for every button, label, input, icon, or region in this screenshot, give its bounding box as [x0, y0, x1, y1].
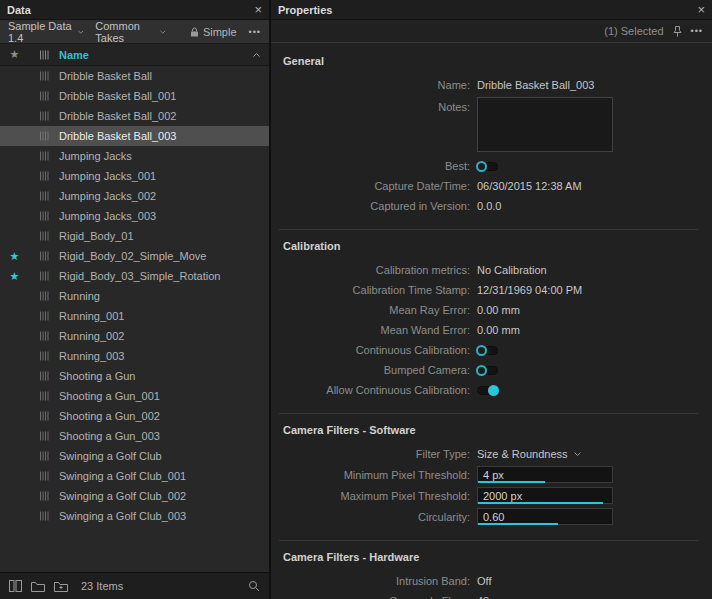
take-name: Dribble Basket Ball_002 [59, 110, 269, 122]
take-row[interactable]: Dribble Basket Ball [0, 66, 269, 86]
slider-fill-bar[interactable] [478, 502, 603, 504]
take-icon [29, 111, 59, 121]
chevron-down-icon [78, 30, 84, 34]
filter-type-dropdown[interactable]: Size & Roundness [477, 448, 581, 460]
minimum-pixel-threshold-input[interactable] [478, 467, 612, 482]
property-label: Allow Continuous Calibration: [279, 384, 477, 396]
take-icon [29, 171, 59, 181]
take-bars-icon [39, 50, 50, 60]
section-calibration: CalibrationCalibration metrics:No Calibr… [279, 229, 698, 400]
mean-ray-error-value: 0.00 mm [477, 304, 520, 316]
data-panel: Data × Sample Data 1.4 Common Takes Simp… [0, 0, 271, 599]
take-row[interactable]: Rigid_Body_01 [0, 226, 269, 246]
allow-continuous-calibration-toggle[interactable] [477, 386, 498, 395]
search-button[interactable] [248, 580, 260, 592]
property-label: Circularity: [279, 511, 477, 523]
slider-fill-bar[interactable] [478, 523, 558, 525]
take-name: Jumping Jacks_002 [59, 190, 269, 202]
take-row[interactable]: Dribble Basket Ball_002 [0, 106, 269, 126]
folder-icon [31, 581, 45, 592]
property-row: Mean Wand Error:0.00 mm [279, 320, 698, 340]
take-row[interactable]: Swinging a Golf Club_002 [0, 486, 269, 506]
take-row[interactable]: Dribble Basket Ball_003 [0, 126, 269, 146]
take-row[interactable]: Jumping Jacks_001 [0, 166, 269, 186]
properties-subheader: (1) Selected ••• [271, 20, 712, 43]
property-label: Name: [279, 79, 477, 91]
property-label: Capture Date/Time: [279, 180, 477, 192]
properties-menu-button[interactable]: ••• [691, 26, 703, 36]
take-icon [29, 191, 59, 201]
take-icon [29, 511, 59, 521]
take-row[interactable]: Shooting a Gun_002 [0, 406, 269, 426]
take-row[interactable]: ★ Rigid_Body_02_Simple_Move [0, 246, 269, 266]
take-row[interactable]: Swinging a Golf Club [0, 446, 269, 466]
pin-properties-button[interactable] [673, 26, 682, 37]
property-label: Best: [279, 160, 477, 172]
maximum-pixel-threshold-field [477, 487, 613, 504]
layout-view-button[interactable] [9, 580, 22, 592]
slider-fill-bar[interactable] [478, 481, 545, 483]
take-list-header: ★ Name [0, 44, 269, 66]
take-row[interactable]: Jumping Jacks_003 [0, 206, 269, 226]
take-group-dropdown-label: Common Takes [95, 20, 156, 44]
take-row[interactable]: Jumping Jacks_002 [0, 186, 269, 206]
simple-advanced-mode-toggle[interactable]: Simple [190, 26, 237, 38]
data-menu-button[interactable]: ••• [249, 27, 261, 37]
circularity-input[interactable] [478, 509, 612, 524]
take-name: Jumping Jacks_003 [59, 210, 269, 222]
property-label: Bumped Camera: [279, 364, 477, 376]
take-row[interactable]: ★ Rigid_Body_03_Simple_Rotation [0, 266, 269, 286]
section-title: General [283, 55, 698, 67]
take-row[interactable]: Shooting a Gun_001 [0, 386, 269, 406]
take-row[interactable]: Shooting a Gun_003 [0, 426, 269, 446]
take-row[interactable]: Shooting a Gun [0, 366, 269, 386]
chevron-down-icon [574, 452, 581, 456]
take-name: Rigid_Body_03_Simple_Rotation [59, 270, 269, 282]
take-group-dropdown[interactable]: Common Takes [95, 20, 166, 44]
take-row[interactable]: Running [0, 286, 269, 306]
notes-textarea[interactable] [477, 97, 613, 152]
take-icon [29, 471, 59, 481]
bumped-camera-toggle[interactable] [477, 366, 498, 375]
minimum-pixel-threshold-field [477, 466, 613, 483]
add-session-folder-button[interactable] [54, 581, 68, 592]
take-row[interactable]: Jumping Jacks [0, 146, 269, 166]
take-icon-column-header[interactable] [29, 50, 59, 60]
favorite-star-icon[interactable]: ★ [0, 270, 29, 283]
take-row[interactable]: Running_002 [0, 326, 269, 346]
selection-count-label: (1) Selected [604, 25, 663, 37]
continuous-calibration-toggle[interactable] [477, 346, 498, 355]
close-icon[interactable]: × [697, 3, 705, 16]
take-name: Jumping Jacks_001 [59, 170, 269, 182]
take-row[interactable]: Running_003 [0, 346, 269, 366]
session-dropdown[interactable]: Sample Data 1.4 [8, 20, 83, 44]
close-icon[interactable]: × [254, 3, 262, 16]
name-column-header[interactable]: Name [59, 49, 253, 61]
take-row[interactable]: Swinging a Golf Club_003 [0, 506, 269, 526]
intrusion-band-value: Off [477, 575, 491, 587]
property-row: Capture Date/Time:06/30/2015 12:38 AM [279, 176, 698, 196]
toggle-knob [476, 345, 487, 356]
property-row: Circularity: [279, 506, 698, 527]
take-row[interactable]: Dribble Basket Ball_001 [0, 86, 269, 106]
favorite-star-icon[interactable]: ★ [0, 250, 29, 263]
calibration-time-stamp-value: 12/31/1969 04:00 PM [477, 284, 582, 296]
name-value: Dribble Basket Ball_003 [477, 79, 594, 91]
maximum-pixel-threshold-input[interactable] [478, 488, 612, 503]
take-row[interactable]: Running_001 [0, 306, 269, 326]
take-icon [29, 331, 59, 341]
star-column-header[interactable]: ★ [0, 48, 29, 61]
best-toggle[interactable] [477, 162, 498, 171]
open-session-folder-button[interactable] [31, 581, 45, 592]
property-label: Calibration metrics: [279, 264, 477, 276]
properties-panel-titlebar: Properties × [271, 0, 712, 20]
property-row: Continuous Calibration: [279, 340, 698, 360]
chevron-down-icon [160, 30, 166, 34]
take-name: Rigid_Body_01 [59, 230, 269, 242]
property-row: Filter Type:Size & Roundness [279, 444, 698, 464]
sort-ascending-icon[interactable] [253, 53, 260, 57]
take-row[interactable]: Swinging a Golf Club_001 [0, 466, 269, 486]
property-label: Grayscale Floor: [279, 595, 477, 599]
property-row: Grayscale Floor:48 [279, 591, 698, 599]
folder-plus-icon [54, 581, 68, 592]
